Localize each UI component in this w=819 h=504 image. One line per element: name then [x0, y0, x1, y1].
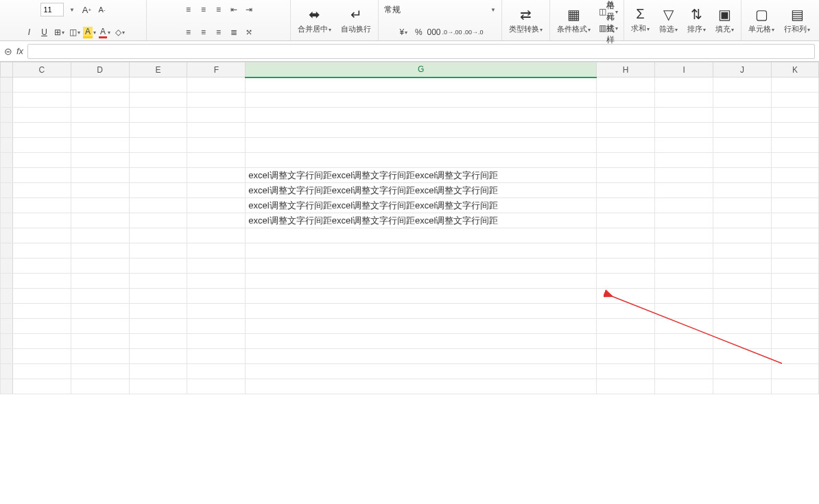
- grid-cell[interactable]: [129, 379, 187, 394]
- font-size-dropdown[interactable]: ▼: [65, 3, 79, 16]
- grid-cell[interactable]: [1, 274, 13, 289]
- grid-cell[interactable]: [129, 259, 187, 274]
- grid-cell[interactable]: [187, 138, 246, 153]
- grid-cell[interactable]: [1, 183, 13, 198]
- grid-cell[interactable]: excel调整文字行间距excel调整文字行间距excel调整文字行间距: [246, 198, 597, 213]
- grid-cell[interactable]: [246, 349, 597, 364]
- grid-cell[interactable]: [71, 168, 129, 183]
- grid-cell[interactable]: [771, 319, 818, 334]
- grid-cell[interactable]: [71, 138, 129, 153]
- grid-cell[interactable]: [12, 213, 71, 228]
- grid-cell[interactable]: [12, 364, 71, 379]
- grid-cell[interactable]: [129, 304, 187, 319]
- distribute-button[interactable]: ≣: [227, 25, 241, 39]
- grid-cell[interactable]: [71, 243, 129, 259]
- grid-cell[interactable]: [129, 228, 187, 243]
- grid-cell[interactable]: [187, 213, 246, 228]
- grid-cell[interactable]: [129, 334, 187, 349]
- grid-cell[interactable]: [713, 168, 771, 183]
- col-header-j[interactable]: J: [713, 62, 771, 77]
- cell-format-button[interactable]: ▢ 单元格▾: [744, 1, 779, 38]
- filter-button[interactable]: ▽ 筛选▾: [655, 1, 682, 38]
- grid-cell[interactable]: [771, 349, 818, 364]
- grid-cell[interactable]: [129, 198, 187, 213]
- grid-cell[interactable]: [246, 379, 597, 394]
- increase-font-button[interactable]: A+: [80, 3, 94, 16]
- grid-cell[interactable]: [187, 289, 246, 304]
- grid-cell[interactable]: [1, 319, 13, 334]
- grid-cell[interactable]: [655, 228, 713, 243]
- grid-cell[interactable]: [187, 319, 246, 334]
- grid-cell[interactable]: [187, 349, 246, 364]
- grid-cell[interactable]: [597, 304, 655, 319]
- decrease-font-button[interactable]: A-: [95, 3, 109, 16]
- grid-cell[interactable]: [246, 319, 597, 334]
- grid-cell[interactable]: [12, 304, 71, 319]
- grid-cell[interactable]: [597, 77, 655, 93]
- grid-cell[interactable]: excel调整文字行间距excel调整文字行间距excel调整文字行间距: [246, 183, 597, 198]
- grid-cell[interactable]: [713, 183, 771, 198]
- col-header-i[interactable]: I: [655, 62, 713, 77]
- grid-cell[interactable]: [713, 153, 771, 168]
- wrap-text-button[interactable]: ↵ 自动换行: [337, 1, 375, 38]
- grid-cell[interactable]: [12, 168, 71, 183]
- grid-cell[interactable]: [597, 138, 655, 153]
- grid-cell[interactable]: [713, 228, 771, 243]
- grid-cell[interactable]: [713, 379, 771, 394]
- grid-cell[interactable]: [713, 259, 771, 274]
- grid-cell[interactable]: [771, 213, 818, 228]
- cell-style-button[interactable]: ▥ 单元格样式▾: [596, 21, 621, 36]
- grid-cell[interactable]: [1, 259, 13, 274]
- grid-cell[interactable]: [655, 213, 713, 228]
- grid-cell[interactable]: [771, 274, 818, 289]
- grid-cell[interactable]: [1, 138, 13, 153]
- grid-cell[interactable]: [187, 153, 246, 168]
- formula-input[interactable]: [27, 44, 815, 59]
- grid-cell[interactable]: [246, 77, 597, 93]
- grid-cell[interactable]: [187, 243, 246, 259]
- grid-cell[interactable]: [246, 108, 597, 123]
- grid-cell[interactable]: [71, 349, 129, 364]
- grid-cell[interactable]: [597, 259, 655, 274]
- grid-cell[interactable]: [771, 108, 818, 123]
- type-convert-button[interactable]: ⇄ 类型转换▾: [505, 1, 547, 38]
- grid-cell[interactable]: [71, 334, 129, 349]
- grid-cell[interactable]: [713, 334, 771, 349]
- grid-cell[interactable]: [771, 334, 818, 349]
- grid-cell[interactable]: [129, 213, 187, 228]
- grid-cell[interactable]: [12, 289, 71, 304]
- grid-cell[interactable]: [187, 198, 246, 213]
- grid-cell[interactable]: [597, 319, 655, 334]
- grid-cell[interactable]: [713, 304, 771, 319]
- grid-cell[interactable]: [655, 183, 713, 198]
- grid-cell[interactable]: [1, 108, 13, 123]
- grid-cell[interactable]: [655, 108, 713, 123]
- align-center-button[interactable]: ≡: [197, 25, 211, 39]
- grid-cell[interactable]: [597, 379, 655, 394]
- grid-cell[interactable]: [597, 228, 655, 243]
- align-left-button[interactable]: ≡: [182, 25, 195, 39]
- fill-border-button[interactable]: ◫▾: [68, 25, 82, 39]
- grid-cell[interactable]: [12, 334, 71, 349]
- select-all-corner[interactable]: [1, 62, 13, 77]
- grid-cell[interactable]: [1, 243, 13, 259]
- grid-cell[interactable]: [713, 123, 771, 138]
- grid-cell[interactable]: [12, 243, 71, 259]
- decrease-indent-button[interactable]: ⇤: [227, 3, 241, 16]
- grid-cell[interactable]: [12, 379, 71, 394]
- grid-cell[interactable]: [129, 274, 187, 289]
- align-right-button[interactable]: ≡: [212, 25, 226, 39]
- grid-cell[interactable]: [597, 289, 655, 304]
- grid-cell[interactable]: [771, 228, 818, 243]
- grid-cell[interactable]: [71, 289, 129, 304]
- grid-cell[interactable]: [597, 123, 655, 138]
- col-header-e[interactable]: E: [129, 62, 187, 77]
- grid-cell[interactable]: [129, 77, 187, 93]
- grid-cell[interactable]: [12, 274, 71, 289]
- grid-cell[interactable]: [1, 228, 13, 243]
- grid-cell[interactable]: [771, 364, 818, 379]
- col-header-k[interactable]: K: [771, 62, 818, 77]
- grid-cell[interactable]: [655, 334, 713, 349]
- grid-cell[interactable]: [655, 349, 713, 364]
- grid-cell[interactable]: [246, 228, 597, 243]
